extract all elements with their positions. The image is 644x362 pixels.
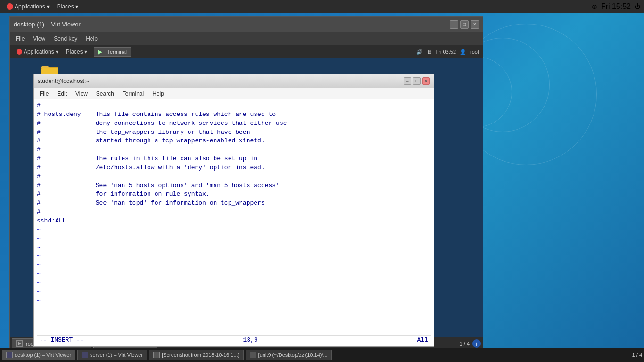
outer-task-desktop1-label: desktop (1) – Virt Viewer	[15, 352, 71, 358]
vim-tilde-4: ~	[37, 252, 431, 261]
term-edit-menu[interactable]: Edit	[53, 90, 71, 98]
inner-terminal-button[interactable]: ▶_ Terminal	[94, 47, 131, 57]
outer-apps-label: Applications	[15, 3, 45, 10]
vim-line-10: # See 'man 5 hosts_options' and 'man 5 h…	[37, 181, 431, 190]
outer-task-server1-button[interactable]: server (1) – Virt Viewer	[77, 350, 147, 360]
virt-view-menu[interactable]: View	[29, 34, 49, 43]
virt-icon-2	[82, 352, 88, 358]
outer-topbar-left: Applications ▾ Places ▾	[4, 2, 81, 11]
outer-places-label: Places	[57, 3, 74, 10]
vim-editor[interactable]: # # hosts.deny This file contains access…	[34, 99, 434, 346]
vim-line-4: # the tcp_wrappers library or that have …	[37, 128, 431, 137]
vim-tilde-6: ~	[37, 270, 431, 279]
outer-places-menu[interactable]: Places ▾	[54, 2, 81, 11]
terminal-maximize-button[interactable]: □	[413, 77, 421, 85]
vim-insert-mode: -- INSERT --	[40, 337, 84, 344]
outer-power-icon[interactable]: ⏻	[635, 3, 640, 10]
inner-applications-menu[interactable]: Applications ▾	[14, 48, 61, 56]
outer-task-unit9-button[interactable]: [unit9 (~/Desktop/zzl(10.14)/...	[246, 350, 332, 360]
terminal-menubar: File Edit View Search Terminal Help	[34, 88, 434, 99]
outer-apps-arrow: ▾	[47, 3, 50, 10]
virt-help-menu[interactable]: Help	[82, 34, 101, 43]
inner-topbar: Applications ▾ Places ▾ ▶_ Terminal 🔊 🖥 …	[10, 45, 483, 58]
outer-task-unit9-label: [unit9 (~/Desktop/zzl(10.14)/...	[258, 352, 328, 358]
outer-taskbar-right: 1 / 4	[632, 352, 642, 358]
inner-topbar-left: Applications ▾ Places ▾ ▶_ Terminal	[14, 47, 131, 57]
inner-apps-icon	[17, 49, 22, 55]
inner-places-arrow: ▾	[84, 49, 87, 55]
vim-tilde-7: ~	[37, 279, 431, 288]
vim-line-8: # /etc/hosts.allow with a 'deny' option …	[37, 164, 431, 173]
inner-places-label: Places	[66, 49, 83, 55]
virt-minimize-button[interactable]: –	[450, 20, 458, 29]
outer-apps-icon	[7, 3, 13, 10]
outer-applications-menu[interactable]: Applications ▾	[4, 2, 52, 11]
terminal-controls: – □ ✕	[404, 77, 430, 85]
inner-places-menu[interactable]: Places ▾	[63, 48, 90, 56]
vim-line-1: #	[37, 101, 431, 110]
virt-menubar: File View Send key Help	[10, 32, 483, 45]
term-file-menu[interactable]: File	[36, 90, 52, 98]
inner-screen-icon: 🖥	[427, 49, 432, 55]
inner-volume-icon: 🔊	[416, 49, 423, 55]
terminal-window-title: student@localhost:~	[38, 78, 89, 84]
inner-apps-label: Applications	[24, 49, 54, 55]
vim-line-13: #	[37, 208, 431, 217]
inner-username: root	[470, 49, 479, 55]
inner-apps-arrow: ▾	[56, 49, 58, 55]
vim-tilde-1: ~	[37, 226, 431, 235]
outer-task-screenshot-label: [Screenshot from 2018-10-16 1...]	[162, 352, 239, 358]
screenshot-icon	[153, 352, 160, 358]
vim-tilde-2: ~	[37, 235, 431, 244]
virt-sendkey-menu[interactable]: Send key	[50, 34, 81, 43]
outer-task-server1-label: server (1) – Virt Viewer	[90, 352, 143, 358]
inner-page-indicator: 1 / 4	[460, 341, 470, 346]
terminal-window: student@localhost:~ – □ ✕ File Edit View…	[33, 74, 434, 347]
virt-titlebar: desktop (1) – Virt Viewer – □ ✕	[10, 17, 483, 32]
outer-clock: Fri 15:52	[601, 2, 631, 11]
vim-statusbar: -- INSERT -- 13,9 All	[37, 335, 431, 345]
virt-maximize-button[interactable]: □	[460, 20, 469, 29]
vim-line-7: # The rules in this file can also be set…	[37, 155, 431, 164]
virt-window-controls: – □ ✕	[450, 20, 479, 29]
inner-taskbar-right: 1 / 4 i	[460, 339, 481, 348]
outer-topbar: Applications ▾ Places ▾ ⊕ Fri 15:52 ⏻	[0, 0, 644, 13]
inner-info-icon[interactable]: i	[472, 339, 481, 348]
vim-tilde-9: ~	[37, 297, 431, 306]
vim-line-5: # started through a tcp_wrappers-enabled…	[37, 137, 431, 146]
outer-taskbar: desktop (1) – Virt Viewer server (1) – V…	[0, 348, 644, 362]
outer-network-icon: ⊕	[592, 3, 597, 10]
vim-tilde-3: ~	[37, 244, 431, 253]
vim-line-2: # hosts.deny This file contains access r…	[37, 110, 431, 119]
terminal-close-button[interactable]: ✕	[422, 77, 430, 85]
inner-clock: Fri 03:52	[436, 49, 456, 55]
virt-icon-1	[6, 352, 13, 358]
term-view-menu[interactable]: View	[72, 90, 91, 98]
vim-cursor-position: 13,9	[243, 337, 258, 344]
vim-line-3: # deny connections to network services t…	[37, 119, 431, 128]
outer-places-arrow: ▾	[75, 3, 78, 10]
term-terminal-menu[interactable]: Terminal	[119, 90, 148, 98]
terminal-icon: ▶_	[98, 49, 106, 55]
vim-scroll-position: All	[417, 337, 428, 344]
vim-line-9: #	[37, 173, 431, 181]
inner-terminal-label: Terminal	[107, 49, 127, 55]
outer-page-indicator: 1 / 4	[632, 352, 642, 358]
vim-tilde-5: ~	[37, 261, 431, 270]
outer-task-screenshot-button[interactable]: [Screenshot from 2018-10-16 1...]	[149, 350, 243, 360]
vim-tilde-8: ~	[37, 288, 431, 297]
outer-task-desktop1-button[interactable]: desktop (1) – Virt Viewer	[2, 350, 75, 360]
unit9-icon	[250, 352, 256, 358]
virt-close-button[interactable]: ✕	[471, 20, 479, 29]
term-help-menu[interactable]: Help	[149, 90, 168, 98]
outer-topbar-right: ⊕ Fri 15:52 ⏻	[592, 2, 640, 11]
term-search-menu[interactable]: Search	[92, 90, 118, 98]
outer-taskbar-left: desktop (1) – Virt Viewer server (1) – V…	[2, 350, 332, 360]
terminal-titlebar: student@localhost:~ – □ ✕	[34, 74, 434, 88]
virt-file-menu[interactable]: File	[12, 34, 28, 43]
virt-window-title: desktop (1) – Virt Viewer	[14, 21, 81, 28]
terminal-minimize-button[interactable]: –	[404, 77, 411, 85]
terminal-small-icon: ▶	[16, 340, 23, 347]
vim-line-12: # See 'man tcpd' for information on tcp_…	[37, 199, 431, 208]
vim-content: # # hosts.deny This file contains access…	[37, 101, 431, 335]
